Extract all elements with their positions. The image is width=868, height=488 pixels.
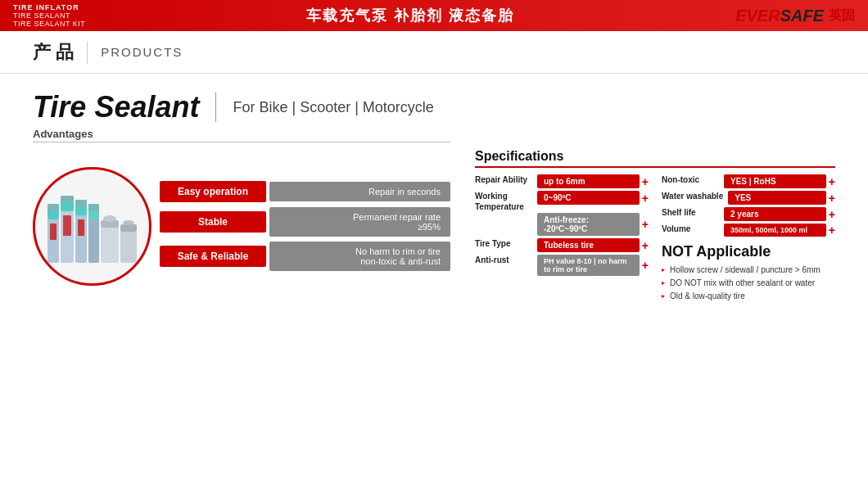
- svg-point-17: [123, 220, 134, 225]
- header-left: TIRE INFLATOR TIRE SEALANT TIRE SEALANT …: [13, 3, 85, 28]
- header: TIRE INFLATOR TIRE SEALANT TIRE SEALANT …: [0, 0, 868, 31]
- navbar: 产 品 PRODUCTS: [0, 31, 868, 74]
- svg-rect-19: [63, 215, 71, 236]
- nav-cn[interactable]: 产 品: [33, 40, 74, 65]
- spec-shelf-value-wrap: 2 years +: [724, 207, 835, 221]
- spec-antifreeze-value: Anti-freeze: -20ºC~90ºC: [537, 213, 640, 236]
- spec-tire-label: Tire Type: [475, 238, 532, 249]
- specs-left-col: Repair Ability up to 6mm + WorkingTemper…: [475, 174, 649, 303]
- not-applicable-item-3: Old & low-quality tire: [662, 290, 835, 303]
- spec-water-label: Water washable: [662, 191, 723, 201]
- right-side: Specifications Repair Ability up to 6mm …: [475, 149, 835, 303]
- not-applicable-section: NOT Applicable Hollow screw / sidewall /…: [662, 243, 835, 303]
- not-applicable-title: NOT Applicable: [662, 243, 835, 260]
- spec-repair-label: Repair Ability: [475, 174, 532, 185]
- spec-working-plus[interactable]: +: [642, 192, 649, 205]
- product-title-row: Tire Sealant For Bike | Scooter | Motorc…: [33, 90, 835, 124]
- spec-shelf-value: 2 years: [724, 207, 826, 221]
- specs-title: Specifications: [475, 149, 835, 168]
- spec-antifreeze-value-wrap: Anti-freeze: -20ºC~90ºC +: [537, 213, 649, 236]
- eversafe-logo: EVERSAFE 英固: [735, 7, 855, 25]
- advantages-list: Easy operation Repair in seconds Stable …: [160, 181, 450, 271]
- svg-rect-12: [101, 226, 119, 263]
- spec-repair-value-wrap: up to 6mm +: [537, 174, 649, 188]
- not-applicable-list: Hollow screw / sidewall / puncture > 6mm…: [662, 264, 835, 303]
- spec-antirust-label: Anti-rust: [475, 255, 532, 265]
- spec-tire-value: Tubeless tire: [537, 238, 640, 252]
- product-image: [33, 167, 151, 286]
- spec-shelf-label: Shelf life: [662, 207, 719, 218]
- svg-rect-11: [88, 204, 99, 211]
- advantage-desc-2: Permanent repair rate≥95%: [269, 207, 450, 237]
- nav-divider: [87, 41, 88, 64]
- spec-volume-plus[interactable]: +: [829, 224, 835, 237]
- spec-working-temp: WorkingTemperature 0~90ºC +: [475, 191, 649, 212]
- spec-water-plus[interactable]: +: [829, 192, 835, 205]
- spec-volume-value: 350ml, 500ml, 1000 ml: [724, 224, 826, 237]
- spec-shelf-plus[interactable]: +: [829, 208, 835, 221]
- spec-antifreeze-plus[interactable]: +: [642, 218, 649, 231]
- advantage-desc-1: Repair in seconds: [269, 182, 450, 201]
- spec-nontoxic: Non-toxic YES | RoHS +: [662, 174, 835, 188]
- title-divider: [215, 93, 216, 122]
- svg-rect-9: [88, 218, 99, 263]
- logo-cn: 英固: [829, 7, 855, 25]
- logo-ever: EVER: [735, 7, 780, 25]
- not-applicable-item-2: DO NOT mix with other sealant or water: [662, 277, 835, 290]
- advantage-item-1: Easy operation Repair in seconds: [160, 181, 450, 202]
- spec-nontoxic-plus[interactable]: +: [829, 175, 835, 188]
- spec-volume: Volume 350ml, 500ml, 1000 ml +: [662, 224, 835, 237]
- spec-volume-label: Volume: [662, 224, 719, 234]
- spec-antirust-value: PH value 8-10 | no harm to rim or tire: [537, 255, 640, 276]
- spec-water-value-wrap: YES +: [728, 191, 835, 205]
- header-line3: TIRE SEALANT KIT: [13, 20, 85, 28]
- spec-nontoxic-value: YES | RoHS: [724, 174, 826, 188]
- svg-rect-5: [61, 196, 74, 203]
- spec-working-value-wrap: 0~90ºC +: [537, 191, 649, 205]
- content-area: Easy operation Repair in seconds Stable …: [33, 149, 835, 303]
- specs-columns: Repair Ability up to 6mm + WorkingTemper…: [475, 174, 835, 303]
- spec-nontoxic-value-wrap: YES | RoHS +: [724, 174, 835, 188]
- header-line1: TIRE INFLATOR: [13, 3, 85, 11]
- main-content: Tire Sealant For Bike | Scooter | Motorc…: [0, 74, 868, 311]
- spec-tire-value-wrap: Tubeless tire +: [537, 238, 649, 252]
- svg-rect-15: [120, 230, 137, 263]
- advantage-item-2: Stable Permanent repair rate≥95%: [160, 207, 450, 237]
- spec-antirust-plus[interactable]: +: [642, 259, 649, 272]
- advantage-label-3: Safe & Reliable: [160, 246, 266, 267]
- spec-working-label: WorkingTemperature: [475, 191, 532, 212]
- spec-working-value: 0~90ºC: [537, 191, 640, 205]
- spec-repair-ability: Repair Ability up to 6mm +: [475, 174, 649, 188]
- spec-tire-type: Tire Type Tubeless tire +: [475, 238, 649, 252]
- spec-repair-value: up to 6mm: [537, 174, 640, 188]
- product-title: Tire Sealant: [33, 90, 199, 124]
- svg-point-14: [103, 215, 116, 222]
- svg-rect-8: [75, 200, 87, 207]
- spec-antirust: Anti-rust PH value 8-10 | no harm to rim…: [475, 255, 649, 276]
- spec-water-value: YES: [728, 191, 826, 205]
- svg-rect-20: [78, 219, 84, 236]
- product-subtitle: For Bike | Scooter | Motorcycle: [233, 99, 433, 116]
- spec-shelf-life: Shelf life 2 years +: [662, 207, 835, 221]
- advantage-desc-3: No harm to rim or tirenon-toxic & anti-r…: [269, 242, 450, 271]
- spec-antirust-value-wrap: PH value 8-10 | no harm to rim or tire +: [537, 255, 649, 276]
- left-side: Easy operation Repair in seconds Stable …: [33, 149, 450, 303]
- not-applicable-item-1: Hollow screw / sidewall / puncture > 6mm: [662, 264, 835, 277]
- spec-volume-value-wrap: 350ml, 500ml, 1000 ml +: [724, 224, 835, 237]
- spec-nontoxic-label: Non-toxic: [662, 174, 719, 185]
- header-line2: TIRE SEALANT: [13, 11, 85, 20]
- advantage-label-1: Easy operation: [160, 181, 266, 202]
- spec-repair-plus[interactable]: +: [642, 175, 649, 188]
- spec-tire-plus[interactable]: +: [642, 239, 649, 252]
- svg-rect-16: [120, 224, 137, 232]
- spec-water-washable: Water washable YES +: [662, 191, 835, 205]
- bottle-svg: [39, 173, 146, 279]
- specs-right-col: Non-toxic YES | RoHS + Water washable YE…: [662, 174, 835, 303]
- advantage-item-3: Safe & Reliable No harm to rim or tireno…: [160, 242, 450, 271]
- nav-en: PRODUCTS: [101, 45, 183, 59]
- advantage-label-2: Stable: [160, 211, 266, 233]
- logo-safe: SAFE: [780, 7, 824, 25]
- svg-rect-18: [50, 224, 57, 240]
- header-title: 车载充气泵 补胎剂 液态备胎: [306, 6, 514, 25]
- advantages-label: Advantages: [33, 128, 450, 142]
